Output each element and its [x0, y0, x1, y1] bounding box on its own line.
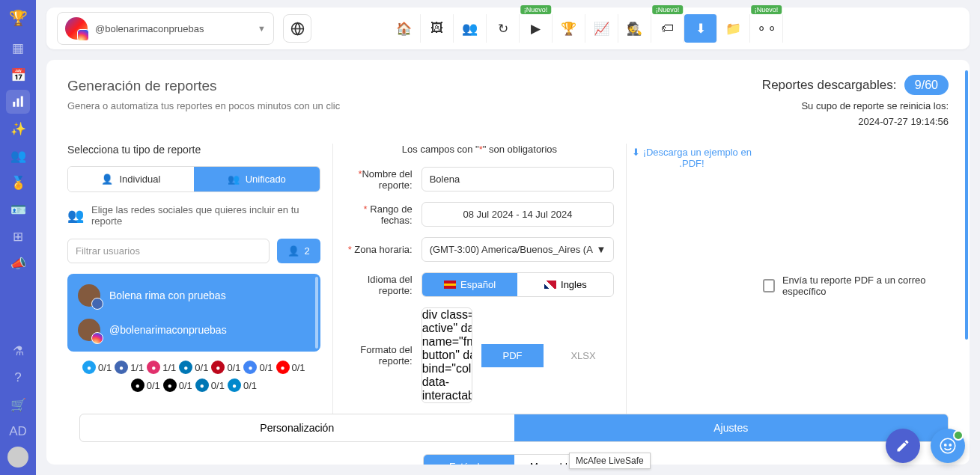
- lang-en-button[interactable]: Ingles: [517, 273, 613, 296]
- tz-label: * Zona horaria:: [345, 244, 413, 255]
- help-icon[interactable]: ?: [6, 366, 30, 390]
- svg-rect-2: [21, 96, 23, 107]
- list-item[interactable]: @bolenarimaconpruebas: [67, 313, 320, 347]
- pinterest-icon: ●: [211, 361, 225, 374]
- network-count-item: ●0/1: [211, 361, 240, 374]
- date-range-input[interactable]: 08 Jul 2024 - 14 Jul 2024: [421, 202, 615, 227]
- report-type-label: Selecciona tu tipo de reporte: [67, 144, 320, 156]
- user-avatar-icon: [78, 319, 100, 341]
- topbar: @bolenarimaconpruebas ▼ 🏠 🖼 👥 ↻ ¡Nuevo!▶…: [46, 7, 970, 49]
- timezone-select[interactable]: (GMT-3:00) America/Buenos_Aires (A ▼: [421, 237, 615, 262]
- reset-date: 2024-07-27 19:14:56: [762, 116, 949, 127]
- personalization-tabs: Personalización Ajustes: [79, 414, 949, 442]
- required-hint: Los campos con "*" son obligatorios: [345, 144, 615, 155]
- flask-icon[interactable]: ⚗: [6, 339, 30, 363]
- layout-icon[interactable]: ⊞: [6, 224, 30, 248]
- nav-image-icon[interactable]: 🖼: [421, 14, 454, 43]
- quota-badge: 9/60: [904, 75, 949, 95]
- network-count-item: ●0/1: [163, 379, 192, 392]
- email-checkbox[interactable]: [763, 279, 775, 292]
- lang-es-button[interactable]: Español: [422, 273, 518, 296]
- person-icon: 👤: [287, 245, 299, 257]
- nav-spy-icon[interactable]: 🕵: [618, 14, 651, 43]
- network-count-item: ●0/1: [276, 361, 305, 374]
- users-icon[interactable]: 👥: [6, 144, 30, 168]
- person-icon: 👤: [101, 174, 113, 185]
- report-type-toggle: 👤Individual 👥Unificado: [67, 166, 320, 192]
- twitter-icon: ●: [82, 361, 96, 374]
- megaphone-icon[interactable]: 📣: [6, 251, 30, 275]
- badge-icon[interactable]: 🪪: [6, 197, 30, 221]
- account-selector[interactable]: @bolenarimaconpruebas ▼: [57, 12, 274, 45]
- group-icon: 👥: [228, 174, 240, 185]
- svg-point-5: [940, 438, 955, 453]
- network-count-item: ●0/1: [179, 361, 208, 374]
- briefcase-icon: ●: [195, 379, 209, 392]
- nav-chart-icon[interactable]: 📈: [585, 14, 618, 43]
- linkedin-icon: ●: [179, 361, 192, 374]
- reset-label: Su cupo de reporte se reinicia los:: [762, 100, 949, 111]
- ad-icon[interactable]: AD: [6, 420, 30, 444]
- youtube-icon: ●: [276, 361, 290, 374]
- telegram-icon: ●: [228, 379, 241, 392]
- fmt-xlsx-button[interactable]: XLSX: [553, 344, 615, 367]
- nav-trophy-icon[interactable]: 🏆: [553, 14, 585, 43]
- analytics-icon[interactable]: [6, 90, 30, 114]
- instagram-badge-icon: [91, 332, 103, 344]
- nav-tag-icon[interactable]: ¡Nuevo!🏷: [651, 14, 684, 43]
- network-counts: ●0/1●1/1●1/1●0/1●0/1●0/1●0/1●0/1●0/1●0/1…: [67, 361, 320, 392]
- tiktok-icon: ●: [131, 379, 144, 392]
- nav-home-icon[interactable]: 🏠: [388, 14, 421, 43]
- user-list[interactable]: Bolena rima con pruebas @bolenarimaconpr…: [67, 274, 320, 352]
- tiktok2-icon: ●: [163, 379, 177, 392]
- nav-download-icon[interactable]: ⬇: [684, 14, 717, 43]
- user-avatar[interactable]: [7, 447, 28, 468]
- network-count-item: ●0/1: [131, 379, 160, 392]
- svg-point-7: [949, 444, 951, 446]
- mcafee-tooltip: McAfee LiveSafe: [569, 453, 651, 469]
- medal-icon[interactable]: 🏅: [6, 171, 30, 194]
- flag-en-icon: [544, 281, 556, 289]
- support-fab[interactable]: [931, 429, 965, 463]
- facebook-icon: ●: [115, 361, 128, 374]
- svg-rect-1: [17, 99, 19, 107]
- svg-point-6: [945, 444, 946, 446]
- chevron-down-icon: ▼: [596, 244, 606, 255]
- page-title: Generación de reportes: [67, 78, 340, 94]
- tab-personalization[interactable]: Personalización: [80, 414, 514, 441]
- individual-button[interactable]: 👤Individual: [68, 167, 194, 191]
- user-avatar-icon: [78, 284, 100, 307]
- nav-share-icon[interactable]: ¡Nuevo!⚬⚬: [750, 14, 783, 43]
- nav-users-icon[interactable]: 👥: [454, 14, 487, 43]
- filter-users-input[interactable]: [67, 239, 270, 263]
- user-count-button[interactable]: 👤2: [277, 239, 320, 263]
- nav-folder-icon[interactable]: 📁: [717, 14, 750, 43]
- nav-play-icon[interactable]: ¡Nuevo!▶: [520, 14, 553, 43]
- grid-icon[interactable]: ▦: [6, 36, 30, 60]
- wand-icon[interactable]: ✨: [6, 117, 30, 141]
- nav-history-icon[interactable]: ↻: [487, 14, 520, 43]
- name-label: *Nombre del reporte:: [345, 168, 413, 191]
- calendar-icon[interactable]: 📅: [6, 63, 30, 87]
- nav-icons: 🏠 🖼 👥 ↻ ¡Nuevo!▶ 🏆 📈 🕵 ¡Nuevo!🏷 ⬇ 📁 ¡Nue…: [388, 14, 783, 43]
- pdf-example-link[interactable]: ⬇ ¡Descarga un ejemplo en .PDF!: [627, 147, 756, 414]
- group-hint-icon: 👥: [67, 207, 84, 224]
- sidebar: 🏆 ▦ 📅 ✨ 👥 🏅 🪪 ⊞ 📣 ⚗ ? 🛒 AD: [0, 0, 36, 475]
- account-handle: @bolenarimaconpruebas: [95, 23, 250, 34]
- globe-button[interactable]: [283, 14, 311, 43]
- format-toggle: div class="fmt-seg active" data-name="fm…: [421, 307, 473, 403]
- cart-icon[interactable]: 🛒: [6, 393, 30, 417]
- gmb-icon: ●: [243, 361, 257, 374]
- report-name-input[interactable]: [421, 167, 615, 191]
- list-item[interactable]: Bolena rima con pruebas: [67, 278, 320, 313]
- unified-button[interactable]: 👥Unificado: [194, 167, 320, 191]
- fmt-pdf-button[interactable]: PDF: [481, 344, 544, 367]
- tab-settings[interactable]: Ajustes: [514, 414, 949, 441]
- download-icon: ⬇: [632, 147, 643, 158]
- logo-icon[interactable]: 🏆: [6, 6, 30, 30]
- network-count-item: ●1/1: [115, 361, 144, 374]
- email-label: Envía tu reporte PDF a un correo específ…: [782, 275, 949, 297]
- edit-fab[interactable]: [886, 429, 920, 463]
- standard-button[interactable]: Estándar: [424, 455, 514, 465]
- fmt-label: Formato del reporte:: [345, 344, 413, 367]
